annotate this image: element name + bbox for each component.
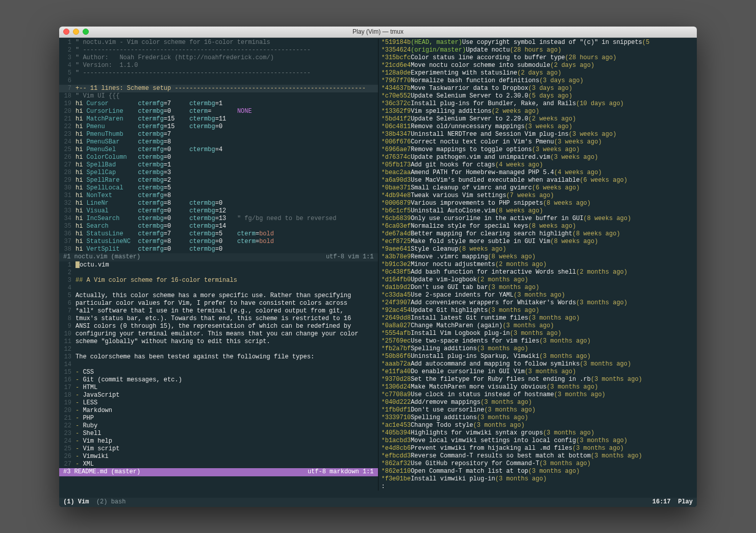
- tmux-window[interactable]: (2) bash: [96, 498, 126, 506]
- code-line[interactable]: 22hi Pmenu ctermfg=15 ctermbg=0: [59, 123, 378, 131]
- gitlog-entry[interactable]: * 5bd41f2 Update Selenium Server to 2.29…: [379, 115, 697, 123]
- gitlog-entry[interactable]: * 5554afb Install Vim Logbook plug-in (3…: [379, 330, 697, 337]
- code-line[interactable]: 5" -------------------------------------…: [59, 69, 378, 77]
- gitlog-entry[interactable]: * 405b394 Highlights for vimwiki syntax …: [379, 429, 697, 437]
- fold-line[interactable]: 7+-- 11 lines: Scheme setup ------------…: [59, 85, 378, 92]
- code-line[interactable]: 32hi LineNr ctermfg=8 ctermbg=0: [59, 200, 378, 207]
- gitlog-entry[interactable]: * 6966ae7 Remove mappings to toggle opti…: [379, 146, 697, 154]
- code-line[interactable]: 7*all* software that I use in the termin…: [59, 307, 378, 315]
- code-line[interactable]: 4: [59, 284, 378, 292]
- code-line[interactable]: 26- Vimwiki: [59, 453, 378, 461]
- code-line[interactable]: 14: [59, 361, 378, 369]
- code-line[interactable]: 27hi SpellBad ctermbg=1: [59, 161, 378, 169]
- gitlog-entry[interactable]: * de67a4d Better mapping for clearing se…: [379, 230, 697, 238]
- gitlog-entry[interactable]: * b1acbd3 Move local vimwiki settings in…: [379, 437, 697, 445]
- gitlog-entry[interactable]: * 24f3907 Add convenience wrappers for W…: [379, 299, 697, 307]
- code-line[interactable]: 38hi VertSplit ctermfg=0 ctermbg=0: [59, 246, 378, 253]
- gitlog-entry[interactable]: * 1306d24 Make MatchParen more visually …: [379, 383, 697, 391]
- gitlog-entry[interactable]: * 9370d28 Set the filetype for Ruby file…: [379, 376, 697, 383]
- code-line[interactable]: 37hi StatusLineNC ctermfg=8 ctermbg=0 ct…: [59, 238, 378, 246]
- gitlog-entry[interactable]: * 36c372c Install plug-ins for Bundler, …: [379, 100, 697, 108]
- code-line[interactable]: 36hi StatusLine ctermfg=7 ctermbg=5 cter…: [59, 230, 378, 238]
- code-line[interactable]: 4" Version: 1.1.0: [59, 62, 378, 69]
- code-line[interactable]: 23- Shell: [59, 430, 378, 438]
- code-line[interactable]: 12: [59, 346, 378, 353]
- gitlog-pane[interactable]: * 519184b (HEAD, master) Use copyright s…: [379, 39, 697, 491]
- pager-prompt[interactable]: :: [379, 483, 697, 491]
- code-line[interactable]: 27- XML: [59, 461, 378, 468]
- gitlog-entry[interactable]: * 315bcfc Color status line according to…: [379, 54, 697, 62]
- gitlog-entry[interactable]: * 2649dd8 Install latest Git runtime fil…: [379, 314, 697, 322]
- gitlog-entry[interactable]: * c7708a9 Use clock in status instead of…: [379, 391, 697, 399]
- code-line[interactable]: 24- Vim help: [59, 438, 378, 445]
- gitlog-entry[interactable]: * 21cd6e4 Move noctu color scheme into s…: [379, 62, 697, 69]
- code-line[interactable]: 33hi Visual ctermfg=0 ctermbg=12: [59, 207, 378, 215]
- macos-titlebar[interactable]: Play (Vim) — tmux: [59, 27, 697, 38]
- gitlog-entry[interactable]: * 7967f70 Normalize bash function defini…: [379, 77, 697, 85]
- gitlog-entry[interactable]: * 434637b Move Taskwarrior data to Dropb…: [379, 85, 697, 92]
- gitlog-entry[interactable]: * 0006879 Various improvements to PHP sn…: [379, 200, 697, 207]
- code-line[interactable]: 23hi PmenuThumb ctermbg=7: [59, 131, 378, 138]
- code-line[interactable]: 8tmux's status bar, etc.). Towards that …: [59, 315, 378, 323]
- gitlog-entry[interactable]: * ecf8725 Make fold style more subtle in…: [379, 238, 697, 246]
- gitlog-entry[interactable]: * 13362f9 Vim spelling additions (2 week…: [379, 108, 697, 115]
- gitlog-entry[interactable]: * 3339710 Spelling additions (3 months a…: [379, 414, 697, 422]
- code-line[interactable]: 24hi PmenuSBar ctermbg=8: [59, 138, 378, 146]
- gitlog-entry[interactable]: * b6c1cf5 Uninstall AutoClose.vim (8 wee…: [379, 207, 697, 215]
- gitlog-entry[interactable]: * 0a8a027 Change MatchParen (again) (3 m…: [379, 322, 697, 330]
- gitlog-entry[interactable]: * 50b86f6 Uninstall plug-ins Sparkup, Vi…: [379, 353, 697, 360]
- code-line[interactable]: 25hi PmenuSel ctermfg=0 ctermbg=4: [59, 146, 378, 154]
- gitlog-entry[interactable]: * 0bae371 Small cleanup of vimrc and gvi…: [379, 184, 697, 192]
- code-line[interactable]: 1" noctu.vim - Vim color scheme for 16-c…: [59, 39, 378, 46]
- code-line[interactable]: 22- Ruby: [59, 422, 378, 430]
- gitlog-entry[interactable]: * e11fa40 Do enable cursorline in GUI Vi…: [379, 368, 697, 376]
- tmux-window-active[interactable]: (1) Vim: [63, 498, 89, 506]
- gitlog-entry[interactable]: * efbcdd3 Reverse Command-T results so b…: [379, 452, 697, 460]
- gitlog-entry[interactable]: * beac2aa Amend PATH for Homebrew-manage…: [379, 169, 697, 177]
- code-line[interactable]: 29hi SpellRare ctermbg=2: [59, 177, 378, 184]
- gitlog-entry[interactable]: * 4db94e8 Tweak various Vim settings (7 …: [379, 192, 697, 200]
- code-line[interactable]: 26hi ColorColumn ctermbg=0: [59, 154, 378, 161]
- gitlog-entry[interactable]: * 0c438f5 Add bash function for interact…: [379, 269, 697, 276]
- gitlog-entry[interactable]: * f3e01be Install vimwiki plug-in (3 mon…: [379, 475, 697, 483]
- gitlog-entry[interactable]: * 3354624 (origin/master) Update noctu (…: [379, 46, 697, 54]
- gitlog-entry[interactable]: * da1b9d2 Don't use GUI tab bar (3 month…: [379, 284, 697, 292]
- code-line[interactable]: 2: [59, 269, 378, 277]
- gitlog-entry[interactable]: * 862e110 Open Command-T match list at t…: [379, 468, 697, 475]
- code-line[interactable]: 35hi Search ctermbg=0 ctermbg=14: [59, 223, 378, 230]
- gitlog-entry[interactable]: * a6a90d3 Use MacVim's bundled executabl…: [379, 177, 697, 184]
- gitlog-entry[interactable]: * 1fb0df1 Don't use cursorline (3 months…: [379, 406, 697, 414]
- gitlog-entry[interactable]: * 6cb6839 Only use cursorline in the act…: [379, 215, 697, 223]
- gitlog-entry[interactable]: * 05fb173 Add git hooks for ctags (4 wee…: [379, 161, 697, 169]
- gitlog-entry[interactable]: * 6ca03ef Normalize style for special ke…: [379, 223, 697, 230]
- gitlog-entry[interactable]: * aaab72a Add autocommand and mapping to…: [379, 360, 697, 368]
- code-line[interactable]: 34hi IncSearch ctermbg=0 ctermbg=13 " fg…: [59, 215, 378, 223]
- code-line[interactable]: 21hi MatchParen ctermfg=15 ctermbg=11: [59, 115, 378, 123]
- code-line[interactable]: 13The colorscheme has been tested agains…: [59, 353, 378, 361]
- code-line[interactable]: 20hi CursorLine ctermbg=0 cterm= NONE: [59, 108, 378, 115]
- code-line[interactable]: 9ANSI colors (0 through 15), the represe…: [59, 323, 378, 330]
- gitlog-entry[interactable]: * e4d8cb6 Prevent vimwiki from hijacking…: [379, 445, 697, 452]
- code-line[interactable]: 3## A Vim color scheme for 16-color term…: [59, 277, 378, 284]
- code-line[interactable]: 11scheme "globally" without having to ed…: [59, 338, 378, 346]
- code-line[interactable]: 2" -------------------------------------…: [59, 46, 378, 54]
- gitlog-entry[interactable]: * 040d222 Add/remove mappings (3 months …: [379, 399, 697, 406]
- gitlog-entry[interactable]: * a3b78e9 Remove .vimrc mapping (8 weeks…: [379, 253, 697, 261]
- gitlog-entry[interactable]: * 519184b (HEAD, master) Use copyright s…: [379, 39, 697, 46]
- gitlog-entry[interactable]: * 92ac454 Update Git highlights (3 month…: [379, 307, 697, 314]
- code-line[interactable]: 6particular color values for Vim, I pref…: [59, 300, 378, 307]
- gitlog-entry[interactable]: * 9aee641 Style cleanup (8 weeks ago): [379, 246, 697, 253]
- code-line[interactable]: 18- JavaScript: [59, 392, 378, 399]
- code-line[interactable]: 3" Author: Noah Frederick (http://noahfr…: [59, 54, 378, 62]
- code-line[interactable]: 17- HTML: [59, 384, 378, 392]
- code-line[interactable]: 20- Markdown: [59, 407, 378, 415]
- gitlog-entry[interactable]: * d164fb0 Update vim-logbook (2 months a…: [379, 276, 697, 284]
- code-line[interactable]: 5Actually, this color scheme has a more …: [59, 292, 378, 300]
- code-line[interactable]: 28hi SpellCap ctermbg=3: [59, 169, 378, 177]
- gitlog-entry[interactable]: * 38b4347 Uninstall NERDTree and Session…: [379, 131, 697, 138]
- code-line[interactable]: 19- LESS: [59, 399, 378, 407]
- gitlog-entry[interactable]: * 862af32 Use GitHub repository for Comm…: [379, 460, 697, 468]
- code-line[interactable]: 19hi Cursor ctermfg=7 ctermbg=1: [59, 100, 378, 108]
- code-line[interactable]: 18" Vim UI {{{: [59, 92, 378, 100]
- code-line[interactable]: 25- Vim script: [59, 445, 378, 453]
